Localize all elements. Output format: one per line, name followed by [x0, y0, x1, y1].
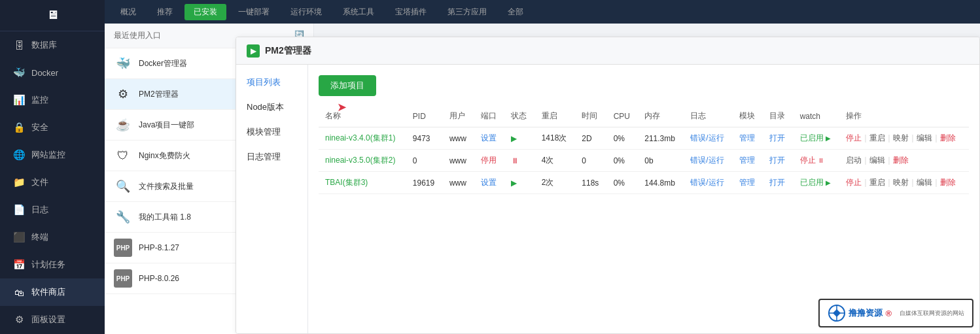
cell-actions[interactable]: 停止｜重启｜映射｜编辑｜删除: [839, 127, 969, 150]
pm2-nav-projectlist[interactable]: 项目列表: [236, 70, 307, 95]
sidebar-item-store[interactable]: 🛍 软件商店: [0, 278, 105, 306]
sidebar-item-webmonitor[interactable]: 🌐 网站监控: [0, 141, 105, 169]
store-icon: 🛍: [13, 287, 25, 298]
cell-port[interactable]: 停用: [474, 150, 504, 172]
tab-overview[interactable]: 概况: [111, 4, 145, 20]
pm2-nav-modulemanage[interactable]: 模块管理: [236, 120, 307, 144]
cell-name[interactable]: nineai-v3.4.0(集群1): [319, 127, 406, 150]
col-module: 模块: [733, 105, 763, 127]
sidebar-item-log[interactable]: 📄 日志: [0, 196, 105, 224]
php80-sw-icon: PHP: [114, 269, 132, 288]
cell-log[interactable]: 错误/运行: [684, 127, 733, 150]
action-停止[interactable]: 停止: [846, 133, 862, 142]
tab-installed[interactable]: 已安装: [184, 4, 226, 20]
cell-actions[interactable]: 启动｜编辑｜删除: [839, 150, 969, 172]
cell-watch: 已启用 ▶: [794, 127, 840, 150]
cell-name[interactable]: nineai-v3.5.0(集群2): [319, 150, 406, 172]
action-启动[interactable]: 启动: [846, 156, 862, 165]
col-name: 名称: [319, 105, 406, 127]
sidebar-item-terminal[interactable]: ⬛ 终端: [0, 224, 105, 251]
tab-all[interactable]: 全部: [499, 4, 533, 20]
sidebar-item-docker[interactable]: 🐳 Docker: [0, 59, 105, 86]
sidebar-item-security[interactable]: 🔒 安全: [0, 114, 105, 141]
sidebar-item-cron[interactable]: 📅 计划任务: [0, 251, 105, 278]
software-name: Nginx免费防火: [139, 150, 190, 161]
pm2-sw-icon: ⚙: [114, 85, 132, 103]
tab-btplugin[interactable]: 宝塔插件: [386, 4, 436, 20]
cell-port[interactable]: 设置: [474, 127, 504, 150]
col-restarts: 重启: [535, 105, 576, 127]
tab-systool[interactable]: 系统工具: [334, 4, 383, 20]
watch-play-icon: ▶: [826, 179, 831, 186]
cell-log[interactable]: 错误/运行: [684, 150, 733, 172]
col-status: 状态: [504, 105, 534, 127]
cell-module[interactable]: 管理: [733, 127, 763, 150]
pm2-manager-panel: ▶ PM2管理器 项目列表 Node版本 ➤ 模块管理 日志管理: [236, 37, 980, 334]
tab-thirdparty[interactable]: 第三方应用: [438, 4, 496, 20]
software-name: PM2管理器: [139, 89, 179, 100]
sidebar-item-database[interactable]: 🗄 数据库: [0, 31, 105, 59]
col-memory: 内存: [638, 105, 684, 127]
cell-watch: 停止 ⏸: [794, 150, 840, 172]
cell-pid: 19619: [406, 172, 443, 194]
cell-memory: 0b: [638, 150, 684, 172]
cell-port[interactable]: 设置: [474, 172, 504, 194]
action-separator: ｜: [862, 133, 869, 142]
sidebar-item-monitor[interactable]: 📊 监控: [0, 86, 105, 114]
action-编辑[interactable]: 编辑: [869, 156, 885, 165]
watch-pause-icon: ⏸: [818, 157, 824, 164]
shield-icon: 🔒: [13, 122, 25, 133]
table-row: TBAI(集群3)19619www设置▶2次118s0%144.8mb错误/运行…: [319, 172, 969, 194]
action-重启[interactable]: 重启: [869, 178, 885, 187]
top-bar: 概况 推荐 已安装 一键部署 运行环境 系统工具 宝塔插件 第三方应用 全部: [105, 0, 980, 24]
sidebar-item-label: 监控: [31, 94, 48, 106]
watch-stopped: 停止: [800, 156, 816, 165]
cell-module[interactable]: 管理: [733, 172, 763, 194]
table-row: nineai-v3.4.0(集群1)9473www设置▶1418次2D0%211…: [319, 127, 969, 150]
pm2-nav-logmanage[interactable]: 日志管理: [236, 144, 307, 169]
action-映射[interactable]: 映射: [893, 133, 909, 142]
java-sw-icon: ☕: [114, 116, 132, 134]
logo-svg: [828, 304, 846, 322]
add-project-button[interactable]: 添加项目: [319, 75, 376, 96]
cell-module[interactable]: 管理: [733, 150, 763, 172]
pm2-header: ▶ PM2管理器: [236, 37, 979, 65]
col-actions: 操作: [839, 105, 969, 127]
cell-time: 118s: [575, 172, 606, 194]
sidebar-item-label: 网站监控: [31, 149, 65, 161]
action-删除[interactable]: 删除: [940, 133, 956, 142]
sidebar-item-file[interactable]: 📁 文件: [0, 169, 105, 196]
sidebar-item-label: 面板设置: [31, 314, 65, 326]
tab-runtime[interactable]: 运行环境: [281, 4, 331, 20]
cell-dir[interactable]: 打开: [763, 127, 793, 150]
tab-recommended[interactable]: 推荐: [148, 4, 182, 20]
database-icon: 🗄: [13, 40, 25, 51]
cell-cpu: 0%: [607, 150, 639, 172]
action-编辑[interactable]: 编辑: [917, 178, 932, 187]
pm2-nav-nodeversion[interactable]: Node版本 ➤: [236, 95, 307, 120]
cell-name[interactable]: TBAI(集群3): [319, 172, 406, 194]
cell-restarts: 4次: [535, 150, 576, 172]
cell-log[interactable]: 错误/运行: [684, 172, 733, 194]
sidebar-item-settings[interactable]: ⚙ 面板设置: [0, 306, 105, 333]
software-name: Docker管理器: [139, 58, 187, 69]
sidebar-item-label: 终端: [31, 231, 48, 243]
action-separator: ｜: [862, 178, 869, 187]
docker-sw-icon: 🐳: [114, 54, 132, 73]
action-停止[interactable]: 停止: [846, 178, 862, 187]
action-映射[interactable]: 映射: [893, 178, 909, 187]
action-删除[interactable]: 删除: [940, 178, 956, 187]
action-编辑[interactable]: 编辑: [917, 133, 932, 142]
action-重启[interactable]: 重启: [869, 133, 885, 142]
toolbox-sw-icon: 🔧: [114, 208, 132, 226]
tab-onedeploy[interactable]: 一键部署: [229, 4, 279, 20]
watermark-subtitle: 自媒体互联网资源的网站: [900, 309, 964, 318]
cell-user: www: [443, 172, 474, 194]
cell-dir[interactable]: 打开: [763, 172, 793, 194]
watch-enabled: 已启用: [800, 178, 824, 187]
action-separator: ｜: [932, 133, 940, 142]
filesearch-sw-icon: 🔍: [114, 177, 132, 195]
cell-actions[interactable]: 停止｜重启｜映射｜编辑｜删除: [839, 172, 969, 194]
cell-dir[interactable]: 打开: [763, 150, 793, 172]
action-删除[interactable]: 删除: [893, 156, 909, 165]
